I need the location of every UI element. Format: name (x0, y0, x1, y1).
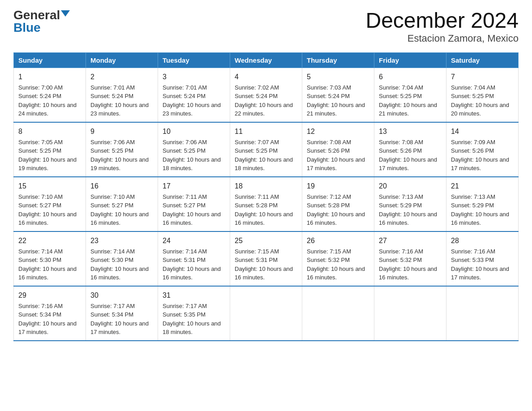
day-number: 12 (307, 126, 369, 137)
day-number: 26 (307, 235, 369, 246)
calendar-cell: 31 Sunrise: 7:17 AMSunset: 5:35 PMDaylig… (158, 286, 230, 341)
title-block: December 2024 Estacion Zamora, Mexico (365, 9, 519, 44)
day-info: Sunrise: 7:13 AMSunset: 5:29 PMDaylight:… (451, 193, 509, 227)
day-info: Sunrise: 7:06 AMSunset: 5:25 PMDaylight:… (163, 139, 221, 172)
calendar-cell: 7 Sunrise: 7:04 AMSunset: 5:25 PMDayligh… (446, 68, 519, 122)
column-header-thursday: Thursday (302, 52, 374, 68)
day-info: Sunrise: 7:16 AMSunset: 5:33 PMDaylight:… (451, 248, 509, 281)
day-info: Sunrise: 7:14 AMSunset: 5:30 PMDaylight:… (18, 248, 77, 281)
day-number: 22 (18, 235, 81, 246)
day-info: Sunrise: 7:00 AMSunset: 5:24 PMDaylight:… (18, 84, 77, 117)
day-info: Sunrise: 7:14 AMSunset: 5:30 PMDaylight:… (90, 248, 149, 281)
day-number: 19 (307, 181, 369, 192)
calendar-cell: 17 Sunrise: 7:11 AMSunset: 5:27 PMDaylig… (158, 177, 230, 231)
calendar-cell: 30 Sunrise: 7:17 AMSunset: 5:34 PMDaylig… (86, 286, 158, 341)
day-number: 24 (163, 235, 225, 246)
calendar-cell: 13 Sunrise: 7:08 AMSunset: 5:26 PMDaylig… (374, 122, 446, 177)
day-info: Sunrise: 7:12 AMSunset: 5:28 PMDaylight:… (307, 193, 365, 227)
day-number: 3 (163, 72, 225, 82)
calendar-cell: 14 Sunrise: 7:09 AMSunset: 5:26 PMDaylig… (446, 122, 519, 177)
logo: General Blue (13, 9, 70, 34)
day-info: Sunrise: 7:09 AMSunset: 5:26 PMDaylight:… (451, 139, 509, 172)
calendar-cell: 29 Sunrise: 7:16 AMSunset: 5:34 PMDaylig… (14, 286, 86, 341)
calendar-header-row: SundayMondayTuesdayWednesdayThursdayFrid… (14, 52, 519, 68)
day-info: Sunrise: 7:06 AMSunset: 5:25 PMDaylight:… (90, 139, 149, 172)
day-info: Sunrise: 7:10 AMSunset: 5:27 PMDaylight:… (18, 193, 77, 227)
column-header-wednesday: Wednesday (230, 52, 302, 68)
day-number: 23 (90, 235, 153, 246)
day-number: 1 (18, 72, 81, 82)
day-info: Sunrise: 7:14 AMSunset: 5:31 PMDaylight:… (163, 248, 221, 281)
calendar-cell: 18 Sunrise: 7:11 AMSunset: 5:28 PMDaylig… (230, 177, 302, 231)
calendar-cell (446, 286, 519, 341)
day-number: 10 (163, 126, 225, 137)
calendar-table: SundayMondayTuesdayWednesdayThursdayFrid… (13, 52, 519, 341)
day-number: 18 (235, 181, 297, 192)
calendar-cell: 9 Sunrise: 7:06 AMSunset: 5:25 PMDayligh… (86, 122, 158, 177)
calendar-cell: 27 Sunrise: 7:16 AMSunset: 5:32 PMDaylig… (374, 231, 446, 286)
day-number: 17 (163, 181, 225, 192)
calendar-cell: 2 Sunrise: 7:01 AMSunset: 5:24 PMDayligh… (86, 68, 158, 122)
logo-general: General (13, 9, 60, 21)
column-header-friday: Friday (374, 52, 446, 68)
calendar-week-row: 8 Sunrise: 7:05 AMSunset: 5:25 PMDayligh… (14, 122, 519, 177)
page-header: General Blue December 2024 Estacion Zamo… (13, 9, 519, 44)
calendar-cell: 15 Sunrise: 7:10 AMSunset: 5:27 PMDaylig… (14, 177, 86, 231)
day-number: 29 (18, 290, 81, 301)
day-number: 2 (90, 72, 153, 82)
day-number: 27 (379, 235, 442, 246)
calendar-cell: 5 Sunrise: 7:03 AMSunset: 5:24 PMDayligh… (302, 68, 374, 122)
calendar-cell: 20 Sunrise: 7:13 AMSunset: 5:29 PMDaylig… (374, 177, 446, 231)
day-info: Sunrise: 7:01 AMSunset: 5:24 PMDaylight:… (163, 84, 221, 117)
day-number: 9 (90, 126, 153, 137)
day-info: Sunrise: 7:10 AMSunset: 5:27 PMDaylight:… (90, 193, 149, 227)
calendar-cell: 26 Sunrise: 7:15 AMSunset: 5:32 PMDaylig… (302, 231, 374, 286)
day-info: Sunrise: 7:16 AMSunset: 5:32 PMDaylight:… (379, 248, 437, 281)
logo-triangle-icon (61, 10, 70, 17)
calendar-cell: 6 Sunrise: 7:04 AMSunset: 5:25 PMDayligh… (374, 68, 446, 122)
calendar-cell: 4 Sunrise: 7:02 AMSunset: 5:24 PMDayligh… (230, 68, 302, 122)
day-number: 11 (235, 126, 297, 137)
day-info: Sunrise: 7:16 AMSunset: 5:34 PMDaylight:… (18, 303, 77, 336)
day-info: Sunrise: 7:15 AMSunset: 5:32 PMDaylight:… (307, 248, 365, 281)
day-number: 20 (379, 181, 442, 192)
day-info: Sunrise: 7:03 AMSunset: 5:24 PMDaylight:… (307, 84, 365, 117)
day-info: Sunrise: 7:04 AMSunset: 5:25 PMDaylight:… (451, 84, 509, 117)
day-info: Sunrise: 7:17 AMSunset: 5:34 PMDaylight:… (90, 303, 149, 336)
day-info: Sunrise: 7:07 AMSunset: 5:25 PMDaylight:… (235, 139, 293, 172)
column-header-saturday: Saturday (446, 52, 519, 68)
page-title: December 2024 (365, 9, 519, 33)
column-header-tuesday: Tuesday (158, 52, 230, 68)
calendar-cell: 1 Sunrise: 7:00 AMSunset: 5:24 PMDayligh… (14, 68, 86, 122)
day-info: Sunrise: 7:11 AMSunset: 5:28 PMDaylight:… (235, 193, 293, 227)
day-number: 14 (451, 126, 514, 137)
day-number: 4 (235, 72, 297, 82)
page-subtitle: Estacion Zamora, Mexico (365, 33, 519, 44)
day-number: 13 (379, 126, 442, 137)
day-number: 25 (235, 235, 297, 246)
day-number: 16 (90, 181, 153, 192)
day-number: 8 (18, 126, 81, 137)
day-number: 31 (163, 290, 225, 301)
calendar-cell: 8 Sunrise: 7:05 AMSunset: 5:25 PMDayligh… (14, 122, 86, 177)
calendar-cell: 11 Sunrise: 7:07 AMSunset: 5:25 PMDaylig… (230, 122, 302, 177)
calendar-cell (230, 286, 302, 341)
calendar-week-row: 15 Sunrise: 7:10 AMSunset: 5:27 PMDaylig… (14, 177, 519, 231)
calendar-cell (302, 286, 374, 341)
calendar-cell: 19 Sunrise: 7:12 AMSunset: 5:28 PMDaylig… (302, 177, 374, 231)
day-info: Sunrise: 7:04 AMSunset: 5:25 PMDaylight:… (379, 84, 437, 117)
calendar-cell (374, 286, 446, 341)
calendar-cell: 24 Sunrise: 7:14 AMSunset: 5:31 PMDaylig… (158, 231, 230, 286)
day-info: Sunrise: 7:01 AMSunset: 5:24 PMDaylight:… (90, 84, 149, 117)
column-header-monday: Monday (86, 52, 158, 68)
calendar-week-row: 22 Sunrise: 7:14 AMSunset: 5:30 PMDaylig… (14, 231, 519, 286)
day-number: 6 (379, 72, 442, 82)
calendar-cell: 22 Sunrise: 7:14 AMSunset: 5:30 PMDaylig… (14, 231, 86, 286)
calendar-cell: 28 Sunrise: 7:16 AMSunset: 5:33 PMDaylig… (446, 231, 519, 286)
column-header-sunday: Sunday (14, 52, 86, 68)
day-info: Sunrise: 7:02 AMSunset: 5:24 PMDaylight:… (235, 84, 293, 117)
day-info: Sunrise: 7:17 AMSunset: 5:35 PMDaylight:… (163, 303, 221, 336)
day-number: 5 (307, 72, 369, 82)
day-info: Sunrise: 7:15 AMSunset: 5:31 PMDaylight:… (235, 248, 293, 281)
calendar-cell: 3 Sunrise: 7:01 AMSunset: 5:24 PMDayligh… (158, 68, 230, 122)
